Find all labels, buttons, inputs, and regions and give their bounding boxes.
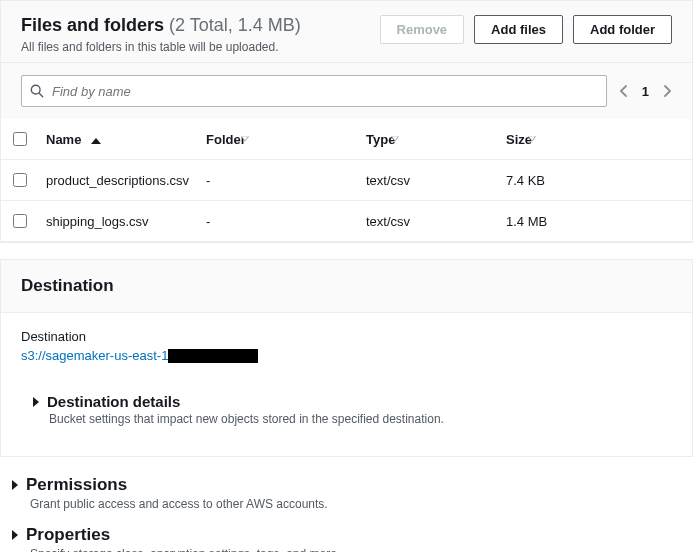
files-count: (2 Total, 1.4 MB)	[169, 15, 301, 35]
permissions-expander: Permissions Grant public access and acce…	[0, 473, 693, 523]
cell-name: product_descriptions.csv	[38, 160, 198, 201]
destination-link[interactable]: s3://sagemaker-us-east-1	[21, 348, 258, 363]
permissions-desc: Grant public access and access to other …	[30, 497, 693, 511]
page-number: 1	[642, 84, 649, 99]
files-panel-header: Files and folders (2 Total, 1.4 MB) All …	[1, 1, 692, 63]
cell-size: 1.4 MB	[498, 201, 692, 242]
destination-details-title: Destination details	[47, 393, 180, 410]
table-header-row: Name Folder Type Size	[1, 119, 692, 160]
properties-title: Properties	[26, 525, 110, 545]
pager-prev-icon[interactable]	[619, 84, 628, 98]
select-all-checkbox[interactable]	[13, 132, 27, 146]
destination-details-toggle[interactable]: Destination details	[33, 393, 652, 410]
sort-asc-icon	[91, 138, 101, 144]
filter-caret-icon	[241, 136, 249, 141]
caret-right-icon	[12, 480, 18, 490]
col-type[interactable]: Type	[358, 119, 498, 160]
svg-line-1	[39, 93, 43, 97]
destination-label: Destination	[21, 329, 672, 344]
col-name-label: Name	[46, 132, 81, 147]
filter-caret-icon	[391, 136, 399, 141]
row-checkbox[interactable]	[13, 173, 27, 187]
files-title-text: Files and folders	[21, 15, 164, 35]
properties-toggle[interactable]: Properties	[12, 525, 693, 545]
col-name[interactable]: Name	[38, 119, 198, 160]
filter-caret-icon	[528, 136, 536, 141]
destination-body: Destination s3://sagemaker-us-east-1 Des…	[1, 313, 692, 456]
cell-type: text/csv	[358, 201, 498, 242]
search-input[interactable]	[44, 84, 598, 99]
search-icon	[30, 84, 44, 98]
remove-button[interactable]: Remove	[380, 15, 465, 44]
col-folder[interactable]: Folder	[198, 119, 358, 160]
destination-details-desc: Bucket settings that impact new objects …	[49, 412, 652, 426]
destination-title: Destination	[21, 276, 114, 296]
destination-header: Destination	[1, 260, 692, 313]
caret-right-icon	[33, 397, 39, 407]
files-panel-title: Files and folders (2 Total, 1.4 MB)	[21, 15, 301, 36]
properties-desc: Specify storage class, encryption settin…	[30, 547, 693, 552]
add-folder-button[interactable]: Add folder	[573, 15, 672, 44]
properties-expander: Properties Specify storage class, encryp…	[0, 523, 693, 552]
search-box[interactable]	[21, 75, 607, 107]
pager: 1	[619, 84, 672, 99]
cell-folder: -	[198, 160, 358, 201]
caret-right-icon	[12, 530, 18, 540]
col-folder-label: Folder	[206, 132, 246, 147]
search-pager-row: 1	[1, 63, 692, 119]
cell-folder: -	[198, 201, 358, 242]
pager-next-icon[interactable]	[663, 84, 672, 98]
redacted-block	[168, 349, 258, 363]
table-row: shipping_logs.csv - text/csv 1.4 MB	[1, 201, 692, 242]
files-subtitle: All files and folders in this table will…	[21, 40, 301, 54]
cell-name: shipping_logs.csv	[38, 201, 198, 242]
permissions-toggle[interactable]: Permissions	[12, 475, 693, 495]
files-table: Name Folder Type Size	[1, 119, 692, 242]
row-checkbox[interactable]	[13, 214, 27, 228]
files-panel: Files and folders (2 Total, 1.4 MB) All …	[0, 0, 693, 243]
col-checkbox	[1, 119, 38, 160]
destination-panel: Destination Destination s3://sagemaker-u…	[0, 259, 693, 457]
col-size[interactable]: Size	[498, 119, 692, 160]
cell-type: text/csv	[358, 160, 498, 201]
destination-link-text: s3://sagemaker-us-east-1	[21, 348, 168, 363]
add-files-button[interactable]: Add files	[474, 15, 563, 44]
cell-size: 7.4 KB	[498, 160, 692, 201]
files-panel-actions: Remove Add files Add folder	[380, 15, 672, 44]
table-row: product_descriptions.csv - text/csv 7.4 …	[1, 160, 692, 201]
destination-details-expander: Destination details Bucket settings that…	[21, 385, 672, 438]
permissions-title: Permissions	[26, 475, 127, 495]
